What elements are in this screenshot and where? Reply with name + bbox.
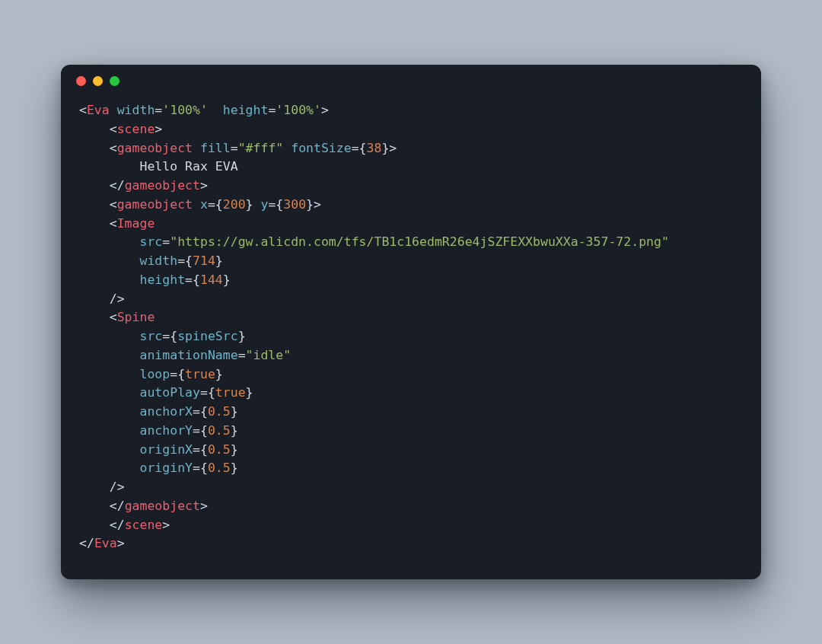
val-animname: "idle" (246, 348, 292, 362)
tag-scene-close: scene (125, 518, 163, 532)
traffic-minimize-icon[interactable] (93, 76, 103, 86)
attr-originy: originY (139, 461, 193, 475)
val-x: 200 (223, 197, 246, 212)
attr-fill: fill (200, 141, 231, 155)
code-window: <Eva width='100%' height='100%'> <scene>… (61, 65, 761, 579)
attr-animname: animationName (139, 348, 237, 362)
attr-img-src: src (139, 234, 162, 249)
tag-gameobject1-open: gameobject (117, 141, 193, 155)
attr-originx: originX (139, 442, 193, 457)
val-img-width: 714 (193, 253, 215, 268)
val-originy: 0.5 (208, 461, 231, 475)
traffic-close-icon[interactable] (76, 76, 86, 86)
tag-gameobject1-close: gameobject (125, 178, 200, 193)
attr-spine-src: src (139, 329, 162, 343)
attr-img-height: height (139, 273, 185, 287)
attr-height: height (223, 103, 269, 117)
val-width: '100%' (162, 103, 208, 117)
attr-x: x (200, 197, 208, 212)
val-fontsize: 38 (367, 141, 382, 155)
attr-loop: loop (139, 367, 170, 381)
tag-gameobject2-open: gameobject (117, 197, 193, 212)
tag-scene-open: scene (117, 122, 155, 136)
val-originx: 0.5 (208, 442, 231, 457)
attr-y: y (260, 197, 268, 212)
attr-anchory: anchorY (139, 423, 193, 438)
attr-autoplay: autoPlay (139, 385, 199, 400)
tag-spine-open: Spine (117, 310, 155, 324)
val-anchory: 0.5 (208, 423, 231, 438)
val-anchorx: 0.5 (208, 404, 231, 419)
val-autoplay: true (215, 385, 246, 400)
val-fill: "#fff" (238, 141, 284, 155)
attr-img-width: width (139, 253, 177, 268)
traffic-zoom-icon[interactable] (110, 76, 119, 86)
attr-fontsize: fontSize (291, 141, 351, 155)
stage: <Eva width='100%' height='100%'> <scene>… (0, 0, 822, 644)
attr-anchorx: anchorX (139, 404, 193, 419)
val-img-height: 144 (200, 273, 223, 287)
val-img-src: "https://gw.alicdn.com/tfs/TB1c16edmR26e… (170, 234, 669, 249)
val-y: 300 (283, 197, 306, 212)
tag-gameobject2-close: gameobject (125, 499, 200, 513)
tag-image-open: Image (117, 216, 155, 231)
text-hello: Hello Rax EVA (139, 159, 237, 174)
val-height: '100%' (276, 103, 321, 117)
tag-eva-close: Eva (94, 536, 117, 550)
val-spine-src: spineSrc (177, 329, 237, 343)
tag-eva-open: Eva (87, 103, 110, 117)
window-titlebar (61, 65, 761, 97)
val-loop: true (185, 367, 215, 381)
code-block: <Eva width='100%' height='100%'> <scene>… (61, 97, 761, 561)
attr-width: width (117, 103, 155, 117)
